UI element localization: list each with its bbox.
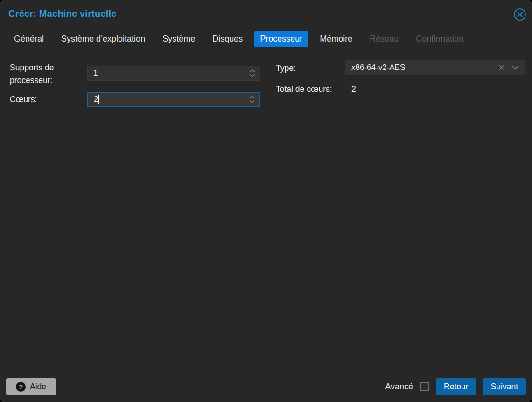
create-vm-dialog: Créer: Machine virtuelle Général Système…: [0, 0, 532, 402]
tab-cpu[interactable]: Processeur: [254, 31, 308, 47]
cores-spinner[interactable]: [249, 95, 259, 104]
sockets-input[interactable]: 1: [87, 66, 260, 81]
advanced-label: Avancé: [385, 382, 413, 392]
chevron-up-icon: [249, 95, 255, 99]
cpu-type-value: x86-64-v2-AES: [345, 63, 493, 72]
help-button-label: Aide: [30, 382, 46, 392]
wizard-tabbar: Général Système d’exploitation Système D…: [8, 31, 527, 47]
chevron-down-icon: [249, 74, 256, 77]
footer-actions: Avancé Retour Suivant: [385, 378, 526, 395]
close-icon[interactable]: [513, 8, 526, 21]
dialog-footer: Aide Avancé Retour Suivant: [0, 371, 532, 402]
cpu-type-combobox[interactable]: x86-64-v2-AES: [345, 60, 525, 75]
chevron-up-icon: [249, 69, 256, 73]
tab-network: Réseau: [364, 31, 404, 47]
advanced-checkbox[interactable]: [420, 382, 429, 391]
cpu-panel: Supports de processeur: 1 Cœurs: 2 Type:…: [4, 51, 528, 371]
chevron-down-icon: [249, 100, 255, 104]
sockets-label: Supports de processeur:: [10, 62, 70, 87]
tab-memory[interactable]: Mémoire: [314, 31, 358, 47]
next-button[interactable]: Suivant: [483, 378, 526, 395]
cores-label: Cœurs:: [10, 93, 37, 106]
tab-os[interactable]: Système d’exploitation: [56, 31, 151, 47]
total-cores-label: Total de cœurs:: [276, 83, 332, 96]
tab-system[interactable]: Système: [157, 31, 201, 47]
tab-confirm: Confirmation: [410, 31, 469, 47]
sockets-value: 1: [88, 69, 249, 78]
dialog-titlebar: Créer: Machine virtuelle: [0, 0, 532, 29]
total-cores-value: 2: [351, 84, 356, 94]
tab-disks[interactable]: Disques: [207, 31, 248, 47]
text-cursor: [98, 95, 99, 104]
help-button[interactable]: Aide: [6, 378, 56, 395]
back-button[interactable]: Retour: [436, 378, 476, 395]
cores-input[interactable]: 2: [87, 92, 260, 107]
sockets-spinner[interactable]: [249, 69, 260, 77]
dialog-title: Créer: Machine virtuelle: [8, 8, 117, 19]
clear-icon[interactable]: [493, 62, 510, 73]
combo-chevron-down-icon[interactable]: [510, 65, 525, 69]
type-label: Type:: [276, 62, 296, 75]
tab-general[interactable]: Général: [8, 31, 49, 47]
question-circle-icon: [16, 382, 26, 392]
cores-value: 2: [88, 95, 249, 104]
